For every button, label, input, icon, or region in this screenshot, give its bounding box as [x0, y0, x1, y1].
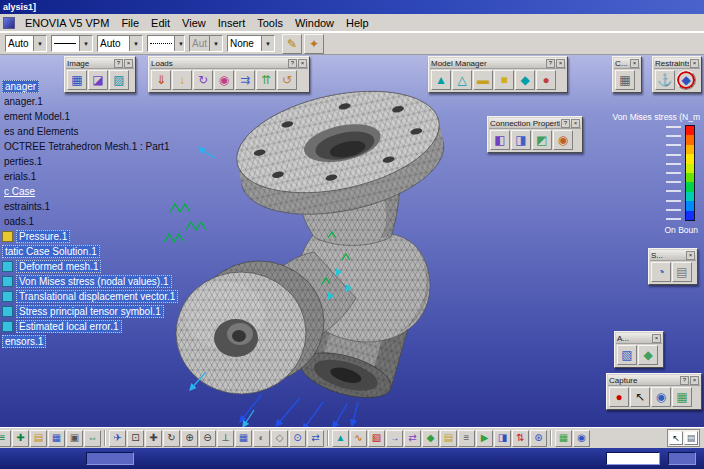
camera-icon[interactable]: ◉ [651, 387, 671, 407]
chevron-down-icon[interactable]: ▼ [129, 36, 142, 51]
tree-item[interactable]: es and Elements [2, 124, 178, 139]
isostatic-restraint-icon[interactable]: ◆ [676, 70, 696, 90]
toolbar-close-button[interactable]: × [630, 59, 639, 68]
toolbar-help-button[interactable]: ? [288, 59, 297, 68]
convergence-icon[interactable]: ◆ [638, 345, 658, 365]
tree-item[interactable]: Von Mises stress (nodal values).1 [2, 274, 178, 289]
extrema-icon[interactable]: ⊛ [530, 430, 547, 447]
tree-item[interactable]: ensors.1 [2, 334, 178, 349]
precision-icon[interactable]: ◆ [422, 430, 439, 447]
toolbar-titlebar[interactable]: Restraints × [654, 58, 700, 69]
material-icon[interactable]: ● [536, 70, 556, 90]
tree-item[interactable]: erials.1 [2, 169, 178, 184]
toolbar-close-button[interactable]: × [556, 59, 565, 68]
album-icon[interactable]: ▦ [672, 387, 692, 407]
hide-show-icon[interactable]: ⊙ [289, 430, 306, 447]
contact-connection-icon[interactable]: ◨ [511, 130, 531, 150]
tree-item[interactable]: estraints.1 [2, 199, 178, 214]
deformation-image-icon[interactable]: ◪ [88, 70, 108, 90]
tree-item[interactable]: OCTREE Tetrahedron Mesh.1 : Part1 [2, 139, 178, 154]
principal-stress-icon[interactable]: ⇄ [404, 430, 421, 447]
sensor-icon[interactable]: ◔ [651, 262, 671, 282]
open-icon[interactable]: ▤ [30, 430, 47, 447]
point-type-combo[interactable]: ▼ [147, 35, 185, 52]
zoom-out-icon[interactable]: ⊖ [199, 430, 216, 447]
rotation-force-icon[interactable]: ↺ [277, 70, 297, 90]
mesh-visualization-icon[interactable]: ▲ [332, 430, 349, 447]
swap-space-icon[interactable]: ⇄ [307, 430, 324, 447]
von-mises-icon[interactable]: ▧ [368, 430, 385, 447]
pressure-icon[interactable]: ⇓ [151, 70, 171, 90]
toolbar-titlebar[interactable]: Loads ? × [150, 58, 308, 69]
compute-icon[interactable]: ▦ [615, 70, 635, 90]
rotate-icon[interactable]: ↻ [163, 430, 180, 447]
multi-view-icon[interactable]: ▦ [235, 430, 252, 447]
chevron-down-icon[interactable]: ▼ [174, 36, 185, 51]
tree-item[interactable]: Estimated local error.1 [2, 319, 178, 334]
deformation-icon[interactable]: ∿ [350, 430, 367, 447]
connection-properties-toolbar[interactable]: Connection Properties ? × ◧◨◩◉ [487, 116, 583, 153]
toolbar-close-button[interactable]: × [571, 119, 580, 128]
toolbar-close-button[interactable]: × [124, 59, 133, 68]
image-layout-icon[interactable]: ▦ [555, 430, 572, 447]
tree-item[interactable]: Stress principal tensor symbol.1 [2, 304, 178, 319]
slider-connection-icon[interactable]: ◧ [490, 130, 510, 150]
painter-icon[interactable]: ✎ [282, 34, 302, 54]
line-weight-combo[interactable]: Auto▼ [97, 35, 143, 52]
save-icon[interactable]: ▦ [48, 430, 65, 447]
fly-mode-icon[interactable]: ✈ [109, 430, 126, 447]
chevron-down-icon[interactable]: ▼ [261, 36, 274, 51]
wizard-icon[interactable]: ✦ [304, 34, 324, 54]
tree-item[interactable]: perties.1 [2, 154, 178, 169]
shell-property-icon[interactable]: ◆ [515, 70, 535, 90]
solid-property-icon[interactable]: ■ [494, 70, 514, 90]
loads-toolbar[interactable]: Loads ? × ⇓↓↻◉⇉⇈↺ [148, 56, 310, 93]
chevron-down-icon[interactable]: ▼ [209, 36, 222, 51]
menu-view[interactable]: View [176, 16, 212, 30]
menu-help[interactable]: Help [340, 16, 375, 30]
bearing-load-icon[interactable]: ◉ [214, 70, 234, 90]
line-type-combo[interactable]: ▼ [51, 35, 93, 52]
toolbar-close-button[interactable]: × [690, 376, 699, 385]
imported-force-icon[interactable]: ⇉ [235, 70, 255, 90]
adaptivity-toolbar[interactable]: A... × ▧◆ [614, 331, 664, 368]
report-icon[interactable]: ▤ [440, 430, 457, 447]
displacement-icon[interactable]: → [386, 430, 403, 447]
mesh-image-icon[interactable]: ▦ [67, 70, 87, 90]
arrow-type-combo[interactable]: Aut▼ [189, 35, 223, 52]
model-manager-toolbar[interactable]: Model Manager ? × ▲△▬■◆● [428, 56, 568, 93]
image-toolbar[interactable]: Image ? × ▦◪▨ [64, 56, 136, 93]
toolbar-titlebar[interactable]: Capture ? × [608, 375, 700, 386]
axis-icon[interactable]: ✚ [12, 430, 29, 447]
normal-view-icon[interactable]: ⊥ [217, 430, 234, 447]
simplified-rep-icon[interactable]: ◉ [573, 430, 590, 447]
link-icon[interactable]: ⇔ [84, 430, 101, 447]
tree-item[interactable]: Translational displacement vector.1 [2, 289, 178, 304]
clamp-icon[interactable]: ⚓ [655, 70, 675, 90]
zoom-in-icon[interactable]: ⊕ [181, 430, 198, 447]
chevron-down-icon[interactable]: ▼ [33, 36, 46, 51]
shading-icon[interactable]: ◐ [253, 430, 270, 447]
compute-toolbar[interactable]: C... × ▦ [612, 56, 642, 93]
image-edition-icon[interactable]: ▨ [109, 70, 129, 90]
toolbar-help-button[interactable]: ? [546, 59, 555, 68]
graph-tree-icon[interactable]: ≡ [0, 430, 11, 447]
tree-item[interactable]: oads.1 [2, 214, 178, 229]
toolbar-titlebar[interactable]: C... × [614, 58, 640, 69]
fit-all-icon[interactable]: ⊡ [127, 430, 144, 447]
tree-item[interactable]: c Case [2, 184, 178, 199]
toolbar-titlebar[interactable]: A... × [616, 333, 662, 344]
capture-select-icon[interactable]: ↖ [669, 431, 683, 445]
capture-pointer-icon[interactable]: ↖ [630, 387, 650, 407]
graphic-style-combo[interactable]: Auto▼ [5, 35, 47, 52]
storage-icon[interactable]: ▤ [672, 262, 692, 282]
menu-insert[interactable]: Insert [212, 16, 252, 30]
pan-icon[interactable]: ✚ [145, 430, 162, 447]
sensors-toolbar[interactable]: S... × ◔▤ [648, 248, 698, 285]
title-bar[interactable]: alysis1] [0, 0, 704, 14]
record-icon[interactable]: ● [609, 387, 629, 407]
toolbar-close-button[interactable]: × [686, 251, 695, 260]
tree-item[interactable]: anager.1 [2, 94, 178, 109]
toolbar-help-button[interactable]: ? [114, 59, 123, 68]
cut-plane-icon[interactable]: ◨ [494, 430, 511, 447]
